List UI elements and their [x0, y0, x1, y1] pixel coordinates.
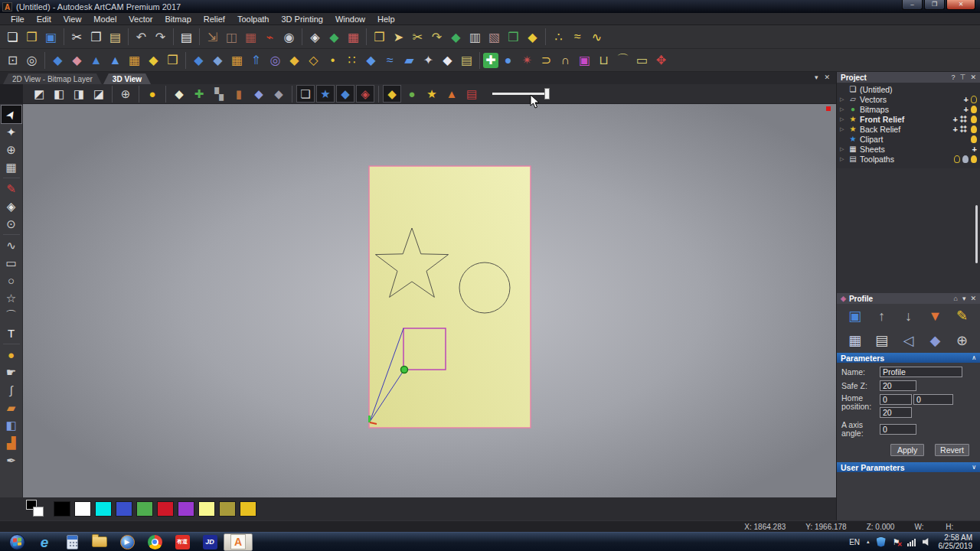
node-edit-icon[interactable]: ✦ [2, 123, 21, 141]
tree-item-back-relief[interactable]: ▷★Back Relief+✚✚✚✚ [837, 124, 980, 134]
soft-eraser-icon[interactable]: ◧ [2, 416, 21, 434]
profile-arc-icon[interactable]: ⊃ [537, 51, 556, 70]
delete-bucket-icon[interactable]: ▼ [925, 306, 946, 326]
color-layers-icon[interactable]: ▤ [462, 85, 481, 103]
origin-axes-icon[interactable]: ✚ [190, 85, 208, 103]
move-up-icon[interactable]: ↑ [871, 306, 893, 326]
measure-icon[interactable]: ⊙ [2, 215, 21, 233]
minimize-button[interactable]: – [902, 0, 923, 10]
rotate-view-icon[interactable]: ◎ [22, 51, 41, 70]
vector-offset-icon[interactable]: ◆ [325, 28, 344, 46]
relief-clipart-folder-icon[interactable]: ❒ [163, 51, 182, 70]
palette-color-4[interactable] [136, 501, 153, 517]
zoom-tool-icon[interactable]: ⊕ [116, 85, 135, 103]
combine-shapes-icon[interactable]: ⊔ [594, 51, 613, 70]
sculpt-tool-icon[interactable]: ◆ [270, 85, 288, 103]
select-relief-icon[interactable]: ❏ [296, 85, 315, 103]
menu-3d-printing[interactable]: 3D Printing [275, 13, 328, 24]
simulate-cone-icon[interactable]: ◁ [898, 331, 920, 350]
tree-item-front-relief[interactable]: ▷★Front Relief+✚✚✚✚ [837, 114, 980, 124]
polyline-icon[interactable]: ∿ [2, 236, 21, 254]
undo-icon[interactable]: ↶ [132, 28, 151, 46]
draw-plane-icon[interactable]: ◆ [170, 85, 188, 103]
visibility-bulb-on-icon[interactable] [971, 135, 977, 143]
palette-color-1[interactable] [74, 501, 91, 517]
tab-3d-view[interactable]: 3D View [103, 73, 151, 84]
color-reduce-icon[interactable]: ▦ [344, 28, 363, 46]
volume-icon[interactable] [923, 537, 932, 546]
expand-arrow-icon[interactable]: ▷ [840, 146, 848, 152]
smudge-icon[interactable]: ☛ [2, 364, 21, 381]
profile-home-button[interactable]: ⌂ [953, 295, 957, 302]
view-close-indicator[interactable] [826, 106, 831, 111]
calculator-icon[interactable]: ▦ [844, 331, 866, 350]
zoom-object-icon[interactable]: ⊡ [3, 51, 22, 70]
visibility-bulb-on-icon[interactable] [971, 155, 977, 163]
star-search-icon[interactable]: ★ [423, 85, 441, 103]
pair-tool-icon[interactable]: ∷ [342, 51, 361, 70]
flip-relief-icon[interactable]: ◆ [361, 51, 381, 70]
maze-tool-icon[interactable]: ▧ [485, 28, 504, 46]
network-icon[interactable] [907, 538, 916, 546]
palette-color-2[interactable] [95, 501, 112, 517]
tree-item-clipart[interactable]: ★Clipart [837, 134, 980, 144]
menu-bitmap[interactable]: Bitmap [159, 13, 198, 24]
toolpath-preview-icon[interactable]: ◈ [356, 85, 374, 103]
menu-edit[interactable]: Edit [31, 13, 57, 24]
taskbar-internet-explorer[interactable]: e [31, 533, 58, 551]
add-icon[interactable]: + [964, 96, 969, 103]
profile-close-button[interactable]: ✕ [970, 295, 976, 302]
parameters-header[interactable]: Parameters ∧ [837, 353, 980, 363]
redo-icon[interactable]: ↷ [151, 28, 170, 46]
user-parameters-header[interactable]: User Parameters ∨ [837, 462, 980, 472]
spin-relief-icon[interactable]: ◎ [266, 51, 285, 70]
extrude-tool-icon[interactable]: ◆ [523, 28, 542, 46]
apply-button[interactable]: Apply [890, 444, 924, 456]
clipart-star-icon[interactable]: ★ [316, 85, 335, 103]
add-new-icon[interactable]: ✚ [483, 53, 498, 68]
wrap-relief-icon[interactable]: ▥ [466, 28, 485, 46]
transform-icon[interactable]: ⊕ [2, 141, 21, 158]
taskbar-media-player[interactable]: ▶ [113, 533, 141, 551]
add-icon[interactable]: + [953, 116, 958, 123]
tree-item-toolpaths[interactable]: ▷▤Toolpaths [837, 154, 980, 164]
set-model-size-icon[interactable]: ⇲ [203, 28, 222, 46]
sculpt-sphere-icon[interactable]: ✦ [419, 51, 438, 70]
cut-icon[interactable]: ✂ [67, 28, 87, 46]
tab-list-dropdown[interactable]: ▾ [815, 73, 818, 81]
home-z-input[interactable] [880, 407, 912, 418]
model-canvas[interactable] [23, 104, 836, 497]
tab-close[interactable]: ✕ [824, 73, 830, 81]
canvas-drawing[interactable] [23, 104, 836, 497]
project-pin-button[interactable]: ⊤ [960, 73, 966, 81]
clipart-view-icon[interactable]: ● [403, 85, 421, 103]
copy-icon[interactable]: ❐ [87, 28, 106, 46]
offset-relief-icon[interactable]: ▰ [400, 51, 419, 70]
clock[interactable]: 2:58 AM 6/25/2019 [939, 533, 976, 550]
visibility-bulb-on-icon[interactable] [971, 116, 977, 123]
primary-secondary-swatch[interactable] [26, 500, 46, 518]
palette-color-6[interactable] [178, 501, 194, 517]
magenta-select-icon[interactable]: ▣ [575, 51, 594, 70]
ellipse-icon[interactable]: ○ [2, 272, 21, 289]
new-file-icon[interactable]: ❏ [3, 28, 22, 46]
taskbar-jd[interactable]: JD [196, 533, 224, 551]
close-button[interactable]: ✕ [946, 0, 975, 10]
relief-layers-view-icon[interactable]: ◆ [336, 85, 354, 103]
node-editing-icon[interactable]: ∴ [549, 28, 568, 46]
move-down-icon[interactable]: ↓ [898, 306, 920, 326]
language-indicator[interactable]: EN [849, 538, 860, 546]
a-axis-input[interactable] [880, 424, 916, 435]
rectangle-icon[interactable]: ▭ [2, 254, 21, 272]
open-file-icon[interactable]: ❒ [22, 28, 41, 46]
zero-plane-icon[interactable]: ◆ [250, 85, 268, 103]
clipart-library-icon[interactable]: ❒ [370, 28, 389, 46]
palette-color-9[interactable] [240, 501, 256, 517]
erase-relief-icon[interactable]: ◆ [67, 51, 87, 70]
tree-item-document[interactable]: ❏(Untitled) [837, 84, 980, 94]
move-anchor-icon[interactable]: ✥ [652, 51, 671, 70]
menu-help[interactable]: Help [371, 13, 401, 24]
raise-relief-icon[interactable]: ⇑ [247, 51, 266, 70]
select-icon[interactable]: ➤ [2, 106, 21, 123]
taskbar-explorer[interactable] [86, 533, 113, 551]
